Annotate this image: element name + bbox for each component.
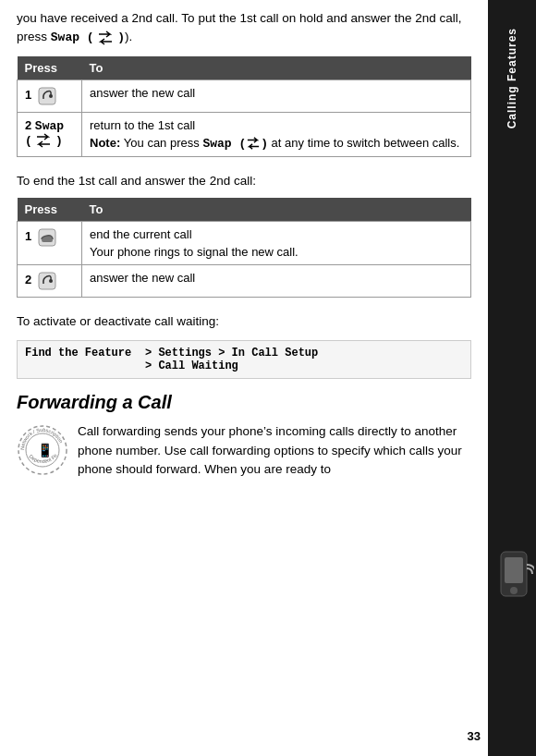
end-call-icon bbox=[37, 227, 57, 248]
end-current-call: end the current call bbox=[90, 227, 463, 241]
svg-rect-1 bbox=[505, 557, 523, 583]
svg-point-2 bbox=[510, 587, 518, 594]
page-number: 33 bbox=[468, 729, 481, 743]
forwarding-text: Call forwarding sends your phone’s incom… bbox=[78, 422, 471, 479]
svg-rect-6 bbox=[42, 238, 53, 242]
svg-rect-7 bbox=[39, 273, 55, 289]
swap-icon-table bbox=[35, 133, 52, 148]
find-feature-value: > Settings > In Call Setup > Call Waitin… bbox=[145, 347, 318, 372]
network-subscription-icon: 📱 Network / Subscription Dependent Featu… bbox=[17, 424, 68, 476]
table2-row2-press: 2 bbox=[18, 265, 82, 298]
page-container: Calling Features you have received a 2nd… bbox=[0, 0, 536, 756]
swap-close: ) bbox=[55, 134, 63, 148]
table-row: 1 answer the new call bbox=[18, 79, 471, 112]
forwarding-body: 📱 Network / Subscription Dependent Featu… bbox=[17, 422, 471, 479]
intro-paragraph: you have received a 2nd call. To put the… bbox=[17, 9, 471, 47]
main-content: you have received a 2nd call. To put the… bbox=[0, 0, 488, 488]
sidebar-phone-icon bbox=[493, 550, 534, 605]
table1-row1-to: answer the new call bbox=[82, 79, 471, 112]
find-feature-line2: > Call Waiting bbox=[145, 360, 238, 372]
swap-close-paren: ) bbox=[117, 30, 125, 44]
find-feature-label: Find the Feature bbox=[25, 347, 145, 360]
phone-sidebar-area bbox=[493, 550, 534, 608]
svg-rect-3 bbox=[39, 88, 55, 104]
press1-icon bbox=[37, 86, 57, 106]
phone-rings-text: Your phone rings to signal the new call. bbox=[90, 245, 463, 259]
swap-label-inline: Swap ( bbox=[51, 30, 94, 44]
table1: Press To 1 answer the new call bbox=[17, 56, 471, 157]
note-swap-icon bbox=[246, 137, 261, 150]
return-to-1st: return to the 1st call bbox=[90, 118, 463, 132]
table1-header-press: Press bbox=[18, 56, 82, 80]
table1-row1-press: 1 bbox=[18, 79, 82, 112]
swap-icon-inline bbox=[94, 30, 118, 43]
svg-point-8 bbox=[49, 279, 53, 283]
table2-header-press: Press bbox=[18, 198, 82, 222]
section2-intro: To end the 1st call and answer the 2nd c… bbox=[17, 172, 471, 190]
table1-row2-press: 2 Swap ( ) bbox=[18, 112, 82, 156]
note-text: Note: You can press Swap () at any time … bbox=[90, 136, 463, 151]
table-row: 2 Swap ( ) return to the 1st call Note: … bbox=[18, 112, 471, 156]
table2-header-to: To bbox=[82, 198, 471, 222]
sidebar-label: Calling Features bbox=[506, 28, 518, 128]
table-row: 1 end the current call Your phone rings … bbox=[18, 222, 471, 265]
table1-header-to: To bbox=[82, 56, 471, 80]
answer-call-icon bbox=[37, 271, 57, 291]
table2: Press To 1 end bbox=[17, 198, 471, 298]
network-badge: 📱 Network / Subscription Dependent Featu… bbox=[17, 424, 68, 476]
intro-end: ). bbox=[125, 30, 132, 43]
table2-row2-to: answer the new call bbox=[82, 265, 471, 298]
table1-row2-to: return to the 1st call Note: You can pre… bbox=[82, 112, 471, 156]
find-feature-row: Find the Feature > Settings > In Call Se… bbox=[17, 340, 471, 379]
find-feature-line1: > Settings > In Call Setup bbox=[145, 347, 318, 360]
forwarding-heading: Forwarding a Call bbox=[17, 392, 471, 413]
table-row: 2 answer the new call bbox=[18, 265, 471, 298]
svg-point-4 bbox=[49, 94, 53, 98]
table2-row1-press: 1 bbox=[18, 222, 82, 265]
right-sidebar: Calling Features bbox=[488, 0, 536, 756]
table2-row1-to: end the current call Your phone rings to… bbox=[82, 222, 471, 265]
section3-intro: To activate or deactivate call waiting: bbox=[17, 312, 471, 331]
